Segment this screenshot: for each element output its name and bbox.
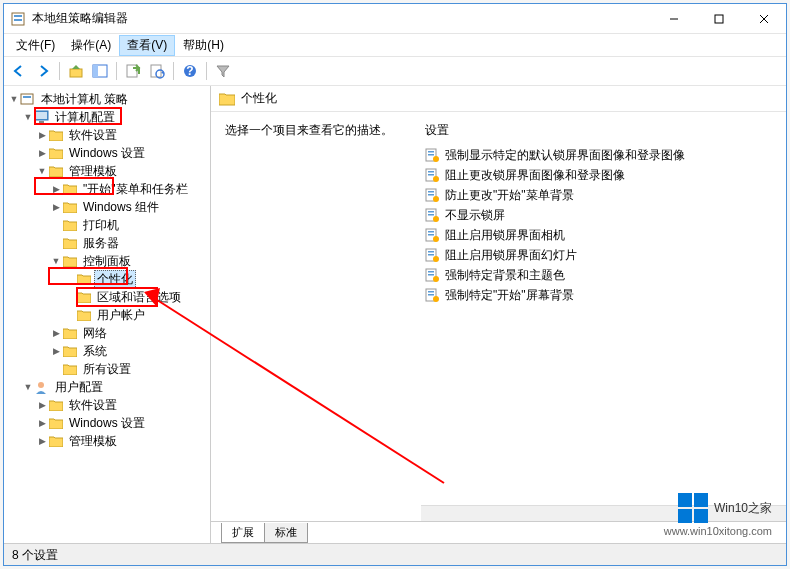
policy-item-icon (425, 268, 439, 282)
expander-icon[interactable]: ▶ (36, 400, 48, 410)
policy-item-icon (425, 288, 439, 302)
tree-windows-components[interactable]: ▶ Windows 组件 (4, 198, 210, 216)
setting-item[interactable]: 阻止启用锁屏界面幻灯片 (425, 245, 772, 265)
windows-logo-icon (678, 493, 708, 523)
folder-icon (48, 416, 64, 430)
folder-icon (48, 398, 64, 412)
maximize-button[interactable] (696, 4, 741, 33)
svg-point-32 (433, 196, 439, 202)
svg-rect-35 (428, 214, 434, 216)
expander-icon[interactable]: ▶ (50, 328, 62, 338)
setting-item[interactable]: 防止更改"开始"菜单背景 (425, 185, 772, 205)
folder-icon (62, 344, 78, 358)
svg-point-44 (433, 256, 439, 262)
show-hide-tree-button[interactable] (89, 60, 111, 82)
expander-icon[interactable]: ▼ (8, 94, 20, 104)
setting-item[interactable]: 不显示锁屏 (425, 205, 772, 225)
settings-header: 设置 (425, 122, 772, 145)
tree-windows-settings[interactable]: ▶ Windows 设置 (4, 144, 210, 162)
folder-icon (76, 290, 92, 304)
tree-region-lang[interactable]: 区域和语言选项 (4, 288, 210, 306)
back-button[interactable] (8, 60, 30, 82)
tree-u-windows-settings[interactable]: ▶ Windows 设置 (4, 414, 210, 432)
svg-rect-46 (428, 271, 434, 273)
menubar: 文件(F) 操作(A) 查看(V) 帮助(H) (4, 34, 786, 56)
tree-user-config[interactable]: ▼ 用户配置 (4, 378, 210, 396)
up-button[interactable] (65, 60, 87, 82)
help-button[interactable]: ? (179, 60, 201, 82)
svg-rect-10 (127, 65, 137, 77)
expander-icon[interactable]: ▶ (50, 346, 62, 356)
svg-rect-42 (428, 251, 434, 253)
policy-item-icon (425, 168, 439, 182)
tree-root[interactable]: ▼ 本地计算机 策略 (4, 90, 210, 108)
svg-point-48 (433, 276, 439, 282)
tree-u-software-settings[interactable]: ▶ 软件设置 (4, 396, 210, 414)
expander-icon[interactable]: ▼ (22, 382, 34, 392)
tree-server[interactable]: 服务器 (4, 234, 210, 252)
menu-view[interactable]: 查看(V) (119, 35, 175, 56)
close-button[interactable] (741, 4, 786, 33)
svg-point-28 (433, 176, 439, 182)
expander-icon[interactable]: ▼ (22, 112, 34, 122)
minimize-button[interactable] (651, 4, 696, 33)
status-text: 8 个设置 (12, 548, 58, 562)
svg-rect-30 (428, 191, 434, 193)
tree-panel[interactable]: ▼ 本地计算机 策略 ▼ 计算机配置 ▶ 软件设置 ▶ Windows 设置 ▼ (4, 86, 211, 543)
export-button[interactable] (122, 60, 144, 82)
setting-label: 强制特定"开始"屏幕背景 (445, 287, 574, 304)
content-header: 个性化 (211, 86, 786, 112)
setting-item[interactable]: 强制特定背景和主题色 (425, 265, 772, 285)
setting-item[interactable]: 强制特定"开始"屏幕背景 (425, 285, 772, 305)
tree-admin-templates[interactable]: ▼ 管理模板 (4, 162, 210, 180)
tree-software-settings[interactable]: ▶ 软件设置 (4, 126, 210, 144)
tree-network[interactable]: ▶ 网络 (4, 324, 210, 342)
tree-computer-config[interactable]: ▼ 计算机配置 (4, 108, 210, 126)
menu-action[interactable]: 操作(A) (63, 35, 119, 56)
expander-icon[interactable]: ▼ (36, 166, 48, 176)
menu-help[interactable]: 帮助(H) (175, 35, 232, 56)
setting-item[interactable]: 阻止更改锁屏界面图像和登录图像 (425, 165, 772, 185)
status-bar: 8 个设置 (4, 543, 786, 565)
refresh-button[interactable] (146, 60, 168, 82)
tree-user-accounts[interactable]: 用户帐户 (4, 306, 210, 324)
setting-item[interactable]: 强制显示特定的默认锁屏界面图像和登录图像 (425, 145, 772, 165)
svg-point-24 (433, 156, 439, 162)
expander-icon[interactable]: ▶ (36, 418, 48, 428)
watermark-url: www.win10xitong.com (664, 525, 772, 537)
tree-control-panel[interactable]: ▼ 控制面板 (4, 252, 210, 270)
folder-icon (62, 236, 78, 250)
policy-item-icon (425, 208, 439, 222)
svg-rect-22 (428, 151, 434, 153)
tab-extended[interactable]: 扩展 (221, 523, 265, 543)
menu-file[interactable]: 文件(F) (8, 35, 63, 56)
folder-icon (62, 182, 78, 196)
tab-standard[interactable]: 标准 (265, 523, 308, 543)
tree-personalization[interactable]: 个性化 (4, 270, 210, 288)
expander-icon[interactable]: ▼ (50, 256, 62, 266)
tree-start-taskbar[interactable]: ▶ "开始"菜单和任务栏 (4, 180, 210, 198)
filter-button[interactable] (212, 60, 234, 82)
tree-all-settings[interactable]: 所有设置 (4, 360, 210, 378)
setting-label: 不显示锁屏 (445, 207, 505, 224)
svg-rect-1 (14, 15, 22, 17)
expander-icon[interactable]: ▶ (36, 436, 48, 446)
content-title: 个性化 (241, 90, 277, 107)
folder-icon (62, 254, 78, 268)
expander-icon[interactable]: ▶ (36, 130, 48, 140)
expander-icon[interactable]: ▶ (50, 202, 62, 212)
setting-label: 强制特定背景和主题色 (445, 267, 565, 284)
expander-icon[interactable]: ▶ (36, 148, 48, 158)
policy-item-icon (425, 148, 439, 162)
expander-icon[interactable]: ▶ (50, 184, 62, 194)
svg-point-36 (433, 216, 439, 222)
setting-label: 阻止更改锁屏界面图像和登录图像 (445, 167, 625, 184)
tree-system[interactable]: ▶ 系统 (4, 342, 210, 360)
svg-rect-47 (428, 274, 434, 276)
setting-item[interactable]: 阻止启用锁屏界面相机 (425, 225, 772, 245)
watermark: Win10之家 www.win10xitong.com (664, 493, 772, 537)
tree-printers[interactable]: 打印机 (4, 216, 210, 234)
folder-icon (76, 308, 92, 322)
tree-u-admin-templates[interactable]: ▶ 管理模板 (4, 432, 210, 450)
forward-button[interactable] (32, 60, 54, 82)
